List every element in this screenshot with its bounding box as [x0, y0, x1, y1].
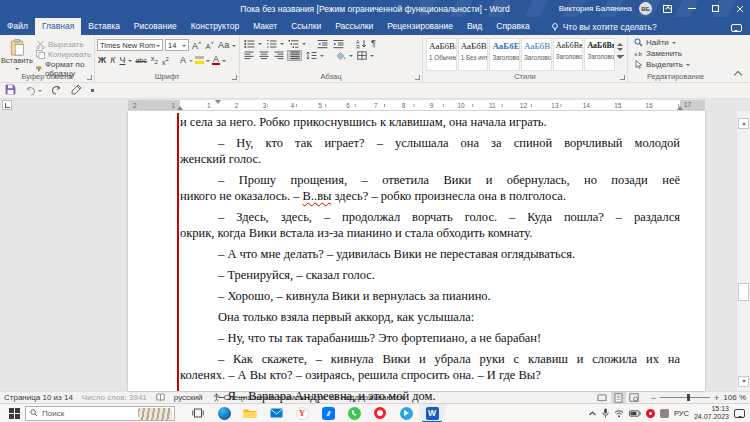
- styles-scroll-up-icon[interactable]: [617, 40, 623, 46]
- style-heading1[interactable]: АаБбЕ Заголово...: [489, 38, 520, 71]
- text-line[interactable]: – Тренируйся, – сказал голос.: [180, 267, 680, 283]
- numbering-button[interactable]: [264, 39, 278, 49]
- multilevel-list-button[interactable]: [286, 39, 300, 49]
- tab-review[interactable]: Рецензирование: [380, 18, 460, 35]
- styles-gallery-more-icon[interactable]: [617, 55, 624, 60]
- close-button[interactable]: [731, 1, 748, 16]
- align-left-button[interactable]: [242, 51, 255, 60]
- highlighter-icon[interactable]: [195, 56, 204, 64]
- text-line[interactable]: – Хорошо, – кивнула Вики и вернулась за …: [180, 288, 680, 304]
- font-color-caret[interactable]: [222, 60, 226, 64]
- align-right-button[interactable]: [272, 51, 285, 60]
- italic-button[interactable]: К: [109, 55, 116, 66]
- style-no-spacing[interactable]: АаБбВ 1 Без инте...: [458, 38, 489, 71]
- text-line[interactable]: женский голос.: [180, 151, 680, 167]
- paste-button[interactable]: Вставить: [2, 37, 32, 72]
- font-color-button[interactable]: А: [212, 55, 220, 65]
- input-language-indicator[interactable]: РУС: [674, 409, 689, 418]
- paragraph-dialog-launcher[interactable]: [415, 75, 420, 80]
- borders-button[interactable]: [355, 51, 368, 60]
- left-indent-marker[interactable]: [177, 103, 183, 110]
- search-decoration-horse-image[interactable]: [138, 408, 172, 420]
- sort-button[interactable]: АЯ: [354, 39, 368, 49]
- redo-button[interactable]: [51, 85, 62, 97]
- task-view-button[interactable]: [185, 404, 211, 422]
- whatsapp-icon[interactable]: [341, 404, 367, 422]
- align-center-button[interactable]: [257, 51, 270, 60]
- strikethrough-button[interactable]: abc: [134, 55, 147, 66]
- find-button[interactable]: Найти: [634, 38, 721, 47]
- text-line[interactable]: – Ну, что ты так тарабанишь? Это фортепи…: [180, 330, 680, 346]
- tab-file[interactable]: Файл: [0, 18, 35, 35]
- yandex-browser-icon[interactable]: Y: [289, 404, 315, 422]
- styles-scroll-down-icon[interactable]: [617, 48, 623, 54]
- increase-indent-button[interactable]: [331, 39, 345, 49]
- replace-button[interactable]: ab Заменить: [634, 49, 721, 58]
- text-line[interactable]: – Прошу прощения, – ответила Вики и обер…: [180, 172, 680, 188]
- shading-button[interactable]: [333, 51, 347, 60]
- style-heading3[interactable]: АаБбВв Заголово...: [553, 38, 584, 71]
- underline-caret[interactable]: [128, 60, 132, 64]
- file-explorer-icon[interactable]: [237, 404, 263, 422]
- tab-home[interactable]: Главная: [35, 18, 81, 35]
- text-line[interactable]: – Ну, кто так играет? – услышала она за …: [180, 135, 680, 151]
- zoom-slider-thumb[interactable]: [687, 394, 690, 401]
- page-indicator[interactable]: Страница 10 из 14: [4, 393, 73, 402]
- line-spacing-button[interactable]: [304, 51, 318, 60]
- tab-design[interactable]: Конструктор: [184, 18, 246, 35]
- text-line[interactable]: и села за него. Робко прикоснувшись к кл…: [180, 114, 680, 130]
- scroll-up-button[interactable]: [738, 118, 749, 129]
- tab-references[interactable]: Ссылки: [284, 18, 328, 35]
- copy-button[interactable]: Копировать: [36, 50, 92, 59]
- scrollbar-thumb[interactable]: [738, 283, 749, 301]
- select-button[interactable]: Выделить: [634, 60, 721, 69]
- show-marks-button[interactable]: ¶: [370, 38, 377, 49]
- search-input[interactable]: Поиск: [25, 406, 175, 421]
- word-count[interactable]: Число слов: 3941: [82, 393, 147, 402]
- undo-button[interactable]: [25, 86, 42, 96]
- bullets-button[interactable]: [242, 39, 256, 49]
- scroll-down-button[interactable]: [738, 376, 749, 387]
- hidden-icons-chevron[interactable]: [588, 410, 597, 417]
- font-dialog-launcher[interactable]: [232, 75, 237, 80]
- qat-customize-icon[interactable]: [91, 89, 94, 92]
- tab-help[interactable]: Справка: [489, 18, 536, 35]
- cut-button[interactable]: Вырезать: [36, 40, 92, 49]
- text-line[interactable]: никого не оказалось. – В..вы здесь? – ро…: [180, 188, 680, 204]
- restore-button[interactable]: [707, 1, 724, 16]
- horizontal-ruler[interactable]: 21 12345678910111213141516 17: [128, 100, 705, 110]
- clipboard-dialog-launcher[interactable]: [87, 75, 92, 80]
- font-size-select[interactable]: 14: [165, 39, 189, 51]
- tab-insert[interactable]: Вставка: [81, 18, 127, 35]
- tab-stop-selector[interactable]: [2, 100, 12, 110]
- grow-font-button[interactable]: А˄: [191, 38, 203, 52]
- edge-icon[interactable]: [211, 404, 237, 422]
- zoom-in-button[interactable]: +: [714, 394, 719, 402]
- right-indent-marker[interactable]: [677, 103, 683, 110]
- style-normal[interactable]: АаБбВг 1 Обычный: [426, 38, 457, 71]
- first-line-indent-marker[interactable]: [215, 100, 221, 107]
- bold-button[interactable]: Ж: [97, 55, 107, 66]
- clock[interactable]: 15:13 24.07.2023: [694, 405, 729, 421]
- zoom-percent[interactable]: 106 %: [723, 393, 746, 402]
- tell-me-search[interactable]: Что вы хотите сделать?: [551, 22, 657, 35]
- tab-mailings[interactable]: Рассылки: [328, 18, 380, 35]
- zoom-slider[interactable]: [660, 397, 710, 398]
- subscript-button[interactable]: х2: [150, 53, 159, 68]
- battery-icon[interactable]: [629, 410, 641, 417]
- text-line[interactable]: – Как скажете, – кивнула Вики и убрала р…: [180, 351, 680, 367]
- highlight-caret[interactable]: [206, 60, 210, 64]
- justify-button[interactable]: [287, 50, 302, 61]
- account-user-name[interactable]: Виктория Балянина: [559, 4, 632, 13]
- underline-button[interactable]: Ч: [118, 55, 126, 66]
- vertical-scrollbar[interactable]: [736, 111, 750, 391]
- recording-blocked-tray-icon[interactable]: [646, 409, 655, 418]
- decrease-indent-button[interactable]: [315, 39, 329, 49]
- text-line[interactable]: окрик, когда Вики встала из-за пианино и…: [180, 225, 680, 241]
- font-family-select[interactable]: Times New Rom: [97, 39, 163, 51]
- minimize-button[interactable]: [683, 1, 700, 16]
- action-center-icon[interactable]: [734, 409, 745, 418]
- text-line[interactable]: – А что мне делать? – удивилась Вики не …: [180, 246, 680, 262]
- style-heading4[interactable]: АаБбВв Заголово...: [584, 38, 615, 71]
- network-wifi-icon[interactable]: [614, 409, 624, 418]
